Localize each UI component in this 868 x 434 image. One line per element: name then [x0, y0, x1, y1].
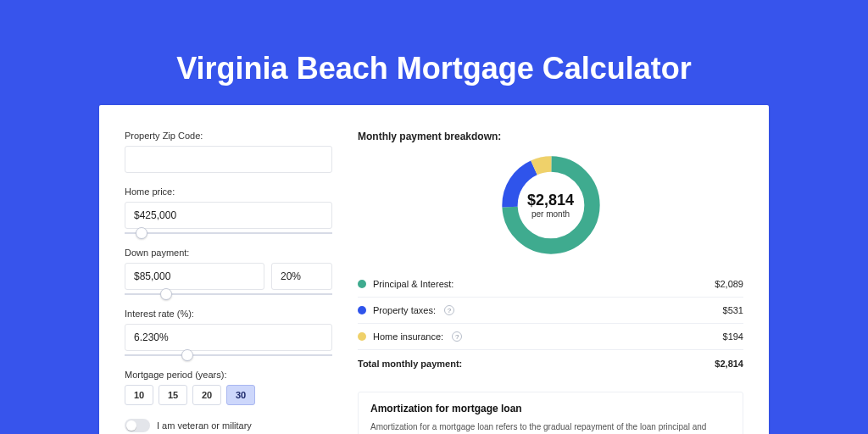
veteran-toggle-handle [126, 420, 136, 431]
total-row: Total monthly payment: $2,814 [358, 350, 743, 376]
home-price-label: Home price: [125, 186, 332, 197]
zip-group: Property Zip Code: [125, 131, 332, 173]
amortization-card: Amortization for mortgage loan Amortizat… [358, 392, 743, 434]
total-value: $2,814 [715, 359, 743, 369]
down-payment-slider-thumb[interactable] [160, 288, 172, 300]
interest-rate-label: Interest rate (%): [125, 309, 332, 319]
breakdown-value: $194 [723, 331, 743, 342]
legend-dot [358, 306, 366, 314]
veteran-row: I am veteran or military [125, 419, 332, 432]
zip-label: Property Zip Code: [125, 131, 332, 141]
page-title: Virginia Beach Mortgage Calculator [0, 0, 868, 86]
donut-center-amount: $2,814 [527, 192, 574, 209]
interest-rate-input[interactable] [125, 324, 332, 351]
amortization-title: Amortization for mortgage loan [370, 403, 731, 415]
breakdown-label: Property taxes: [373, 305, 436, 315]
down-payment-group: Down payment: [125, 248, 332, 295]
interest-rate-slider-thumb[interactable] [181, 349, 193, 361]
legend-dot [358, 280, 366, 288]
period-button-15[interactable]: 15 [159, 385, 187, 405]
home-price-slider-thumb[interactable] [136, 227, 147, 239]
total-label: Total monthly payment: [358, 359, 462, 369]
breakdown-value: $531 [723, 305, 743, 315]
period-button-10[interactable]: 10 [125, 385, 153, 405]
breakdown-panel: Monthly payment breakdown: $2,814 per mo… [358, 131, 743, 434]
amortization-text: Amortization for a mortgage loan refers … [370, 421, 731, 434]
breakdown-row: Principal & Interest:$2,089 [358, 271, 743, 298]
breakdown-value: $2,089 [715, 279, 743, 289]
veteran-label: I am veteran or military [157, 420, 252, 431]
down-payment-slider[interactable] [125, 293, 332, 295]
breakdown-donut-chart: $2,814 per month [497, 151, 605, 259]
down-payment-amount-input[interactable] [125, 263, 264, 290]
zip-input[interactable] [125, 146, 332, 173]
down-payment-label: Down payment: [125, 248, 332, 258]
breakdown-list: Principal & Interest:$2,089Property taxe… [358, 271, 743, 350]
info-icon[interactable]: ? [452, 331, 462, 342]
breakdown-row: Property taxes:?$531 [358, 298, 743, 324]
period-label: Mortgage period (years): [125, 370, 332, 380]
period-group: Mortgage period (years): 10152030 [125, 370, 332, 405]
home-price-group: Home price: [125, 186, 332, 234]
home-price-input[interactable] [125, 202, 332, 229]
home-price-slider[interactable] [125, 232, 332, 234]
calculator-card: Property Zip Code: Home price: Down paym… [99, 105, 769, 434]
veteran-toggle[interactable] [125, 419, 150, 432]
period-options: 10152030 [125, 385, 332, 405]
donut-center-period: per month [531, 209, 570, 219]
breakdown-label: Home insurance: [373, 331, 443, 342]
interest-rate-group: Interest rate (%): [125, 309, 332, 356]
period-button-20[interactable]: 20 [192, 385, 221, 405]
breakdown-label: Principal & Interest: [373, 279, 453, 289]
legend-dot [358, 332, 366, 341]
inputs-panel: Property Zip Code: Home price: Down paym… [125, 131, 332, 434]
period-button-30[interactable]: 30 [226, 385, 255, 405]
breakdown-title: Monthly payment breakdown: [358, 131, 743, 142]
down-payment-percent-input[interactable] [271, 263, 332, 290]
breakdown-row: Home insurance:?$194 [358, 324, 743, 350]
interest-rate-slider[interactable] [125, 354, 332, 356]
info-icon[interactable]: ? [444, 305, 454, 315]
